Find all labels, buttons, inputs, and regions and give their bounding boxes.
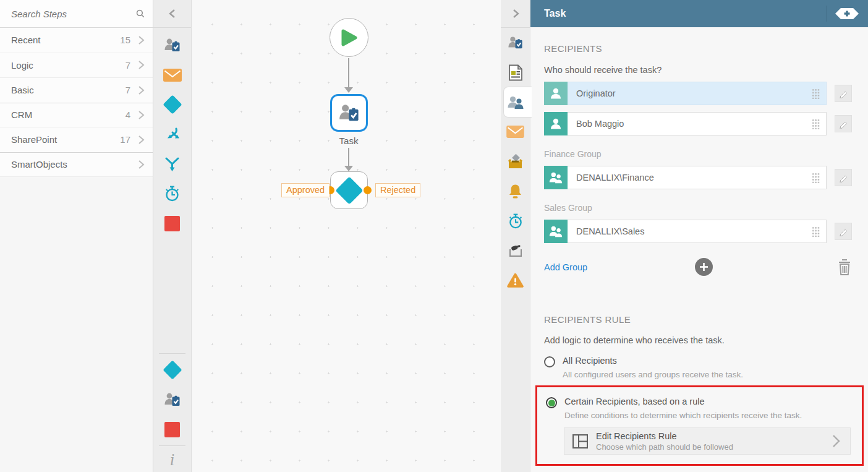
email-step-icon[interactable]: [153, 60, 191, 90]
radio-certain-recipients[interactable]: [546, 397, 557, 408]
tab-actions-box[interactable]: [501, 147, 530, 176]
recipient-line: Originator: [544, 82, 852, 105]
expand-chevron-icon[interactable]: [501, 0, 530, 28]
drag-handle[interactable]: [812, 88, 820, 99]
search-icon[interactable]: [135, 7, 145, 20]
tab-notification-bell[interactable]: [501, 176, 530, 206]
strip-divider: [159, 353, 185, 354]
tab-email[interactable]: [501, 117, 530, 147]
tab-recipients[interactable]: [501, 87, 530, 117]
add-tag-icon[interactable]: [835, 6, 859, 21]
chevron-right-icon: [829, 433, 843, 449]
delete-trash-icon[interactable]: [837, 259, 852, 276]
search-input[interactable]: [11, 9, 135, 19]
option-description: Define conditions to determine which rec…: [564, 411, 802, 420]
connector-line: [348, 58, 349, 87]
start-node[interactable]: [330, 18, 368, 57]
recipient-row-bob-maggio[interactable]: Bob Maggio: [544, 112, 827, 135]
outcome-label-rejected[interactable]: Rejected: [375, 183, 420, 197]
connector-line: [348, 148, 349, 166]
edit-button-texts: Edit Recipients Rule Choose which path s…: [596, 431, 829, 452]
edit-button-subtitle: Choose which path should be followed: [596, 442, 829, 452]
task-config-panel: Task RECIPIENTS Who should receive the t…: [530, 0, 868, 472]
plus-icon: [699, 262, 708, 272]
tab-vote-hand[interactable]: [501, 236, 530, 265]
decision-step-icon[interactable]: [153, 355, 191, 385]
chevron-right-icon: [134, 158, 148, 171]
outcome-label-approved[interactable]: Approved: [281, 183, 330, 197]
category-label: Logic: [11, 60, 126, 71]
edit-recipients-rule-button[interactable]: Edit Recipients Rule Choose which path s…: [564, 427, 851, 455]
panel-body: RECIPIENTS Who should receive the task? …: [530, 27, 868, 472]
recipient-row-originator[interactable]: Originator: [544, 82, 827, 105]
rule-table-icon: [572, 434, 589, 449]
workflow-designer: Recent 15 Logic 7 Basic 7 CRM 4 SharePoi…: [0, 0, 868, 472]
task-node[interactable]: [330, 94, 368, 132]
end-step-icon[interactable]: [153, 208, 191, 238]
user-task-step-icon[interactable]: [153, 30, 191, 60]
add-group-link[interactable]: Add Group: [544, 262, 587, 272]
category-count: 7: [126, 85, 130, 95]
toolbox-strip: i: [153, 0, 192, 472]
option-certain-recipients: Certain Recipients, based on a rule Defi…: [546, 397, 851, 420]
recipients-rule-heading: RECIPIENTS RULE: [544, 314, 852, 325]
chevron-right-icon: [134, 58, 148, 72]
category-label: Recent: [11, 35, 120, 45]
category-smartobjects[interactable]: SmartObjects: [0, 152, 153, 178]
tab-warning[interactable]: [501, 265, 530, 295]
edit-recipient-button[interactable]: [835, 115, 852, 132]
info-icon[interactable]: i: [153, 447, 191, 472]
split-arrows-icon[interactable]: [153, 119, 191, 149]
recipients-people-icon: [507, 95, 524, 110]
workflow-canvas[interactable]: Task Approved Rejected: [192, 0, 501, 472]
edit-recipient-button[interactable]: [835, 169, 852, 186]
steps-panel: Recent 15 Logic 7 Basic 7 CRM 4 SharePoi…: [0, 0, 153, 472]
drag-handle[interactable]: [812, 226, 820, 237]
outcome-port-rejected[interactable]: [364, 186, 372, 194]
recipients-actions-row: Add Group: [544, 258, 852, 276]
edit-recipient-button[interactable]: [835, 223, 852, 240]
option-description: All configured users and groups receive …: [563, 370, 743, 379]
drag-handle[interactable]: [812, 119, 820, 129]
chevron-right-icon: [134, 108, 148, 122]
group-label-finance: Finance Group: [544, 149, 852, 159]
category-count: 7: [126, 60, 130, 71]
decision-diamond-icon: [335, 176, 363, 204]
user-avatar-icon: [544, 82, 568, 105]
edit-recipient-button[interactable]: [835, 85, 852, 102]
category-crm[interactable]: CRM 4: [0, 103, 153, 128]
recipient-row-finance[interactable]: DENALLIX\Finance: [544, 166, 827, 189]
steps-panel-empty-area: [0, 177, 153, 472]
drag-handle[interactable]: [812, 173, 820, 183]
recipient-value: Bob Maggio: [568, 119, 812, 129]
edit-button-title: Edit Recipients Rule: [596, 431, 829, 441]
recipient-row-sales[interactable]: DENALLIX\Sales: [544, 220, 827, 243]
category-label: CRM: [11, 109, 126, 120]
radio-all-recipients[interactable]: [544, 356, 555, 367]
category-label: SharePoint: [11, 134, 120, 145]
category-basic[interactable]: Basic 7: [0, 78, 153, 103]
timer-step-icon[interactable]: [153, 179, 191, 208]
category-count: 15: [120, 35, 130, 45]
add-recipient-button[interactable]: [695, 258, 713, 276]
group-avatar-icon: [544, 166, 568, 189]
collapse-chevron-icon[interactable]: [153, 0, 191, 28]
pencil-icon: [838, 226, 848, 236]
user-task-step-icon[interactable]: [153, 385, 191, 414]
option-label: Certain Recipients, based on a rule: [564, 397, 802, 406]
decision-node[interactable]: [330, 171, 368, 209]
category-sharepoint[interactable]: SharePoint 17: [0, 127, 153, 153]
decision-step-icon[interactable]: [153, 90, 191, 119]
recipients-heading: RECIPIENTS: [544, 43, 852, 54]
merge-arrows-icon[interactable]: [153, 149, 191, 179]
chevron-right-icon: [134, 133, 148, 147]
tab-user-task[interactable]: [501, 28, 530, 58]
category-logic[interactable]: Logic 7: [0, 53, 153, 79]
recipient-line: DENALLIX\Sales: [544, 220, 852, 243]
end-step-icon[interactable]: [153, 414, 191, 444]
pencil-icon: [838, 119, 848, 129]
annotation-highlight-box: Certain Recipients, based on a rule Defi…: [535, 385, 864, 466]
tab-form[interactable]: [501, 58, 530, 87]
category-recent[interactable]: Recent 15: [0, 28, 153, 53]
tab-timer[interactable]: [501, 206, 530, 236]
